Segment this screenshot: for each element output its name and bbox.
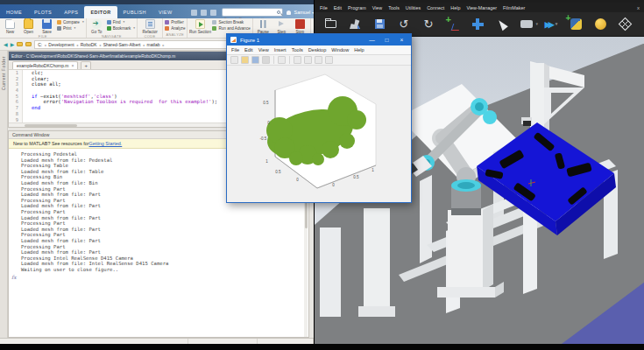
ribbon-tab[interactable]: VIEW bbox=[152, 6, 179, 18]
move-tool-icon[interactable] bbox=[515, 15, 538, 34]
ribbon-tab[interactable]: APPS bbox=[58, 6, 84, 18]
find-button[interactable]: Find bbox=[107, 19, 135, 24]
getting-started-link[interactable]: Getting Started. bbox=[88, 141, 122, 146]
add-python-icon[interactable] bbox=[564, 15, 587, 34]
back-arrow-icon[interactable]: ◀ bbox=[4, 42, 8, 47]
editor-file-tab[interactable]: exampleRoboDKChomp.m × bbox=[12, 61, 78, 69]
search-documentation-box[interactable] bbox=[222, 8, 283, 17]
quick-access-icon[interactable] bbox=[201, 10, 207, 16]
pointer-icon[interactable] bbox=[315, 56, 322, 64]
breadcrumb-item[interactable]: Shared-Sam-Albert bbox=[103, 42, 145, 47]
quick-access-icon[interactable] bbox=[191, 10, 197, 16]
run-section-button[interactable]: Run Section bbox=[189, 19, 210, 34]
section-break-button[interactable]: Section Break bbox=[212, 19, 250, 24]
run-and-advance-button[interactable]: Run and Advance bbox=[212, 25, 250, 31]
minimize-button[interactable]: — bbox=[366, 37, 378, 43]
zoom-out-icon[interactable] bbox=[304, 56, 312, 64]
menu-item[interactable]: Connect bbox=[427, 5, 444, 10]
toolbar-separator bbox=[289, 56, 290, 64]
menu-item[interactable]: Window bbox=[331, 47, 349, 52]
legend-icon[interactable] bbox=[325, 56, 333, 64]
goto-button[interactable]: Go To bbox=[88, 19, 105, 34]
fit-view-icon[interactable] bbox=[466, 15, 489, 34]
new-button[interactable]: New bbox=[2, 19, 18, 34]
zoom-in-icon[interactable] bbox=[294, 56, 301, 64]
print-button[interactable]: Print bbox=[57, 25, 84, 31]
menu-item[interactable]: File bbox=[320, 5, 328, 10]
console-line: Processing Part bbox=[21, 220, 308, 227]
menu-item[interactable]: FilmMaker bbox=[503, 5, 525, 10]
bookmark-icon bbox=[107, 26, 111, 31]
quick-access-icon[interactable] bbox=[210, 10, 216, 16]
bookmark-button[interactable]: Bookmark bbox=[107, 25, 135, 31]
new-figure-icon[interactable] bbox=[230, 56, 238, 64]
breadcrumb-item[interactable]: C: bbox=[38, 42, 46, 47]
close-tab-icon[interactable]: × bbox=[71, 63, 74, 68]
add-frame-icon[interactable] bbox=[442, 15, 464, 34]
menu-item[interactable]: Help bbox=[450, 5, 460, 10]
open-file-icon[interactable] bbox=[241, 56, 249, 64]
target-icon[interactable] bbox=[589, 15, 612, 34]
menu-item[interactable]: Program bbox=[348, 5, 366, 10]
figure-title-bar[interactable]: Figure 1 — □ × bbox=[227, 34, 411, 46]
menu-item[interactable]: Utilities bbox=[406, 5, 421, 10]
save-station-icon[interactable] bbox=[343, 15, 366, 34]
menu-item[interactable]: View bbox=[372, 5, 383, 10]
menu-item[interactable]: Edit bbox=[334, 5, 342, 10]
breadcrumb-item[interactable]: Development bbox=[48, 42, 78, 47]
section-break-icon bbox=[212, 20, 216, 24]
figure-menu-bar: FileEditViewInsertToolsDesktopWindowHelp bbox=[227, 46, 411, 55]
browse-folder-icon[interactable] bbox=[25, 42, 32, 46]
forward-arrow-icon[interactable]: ▶ bbox=[11, 42, 15, 47]
menu-item[interactable]: Tools bbox=[388, 5, 400, 10]
open-button[interactable]: Open bbox=[20, 19, 37, 34]
menu-item[interactable]: File bbox=[231, 47, 239, 52]
ribbon-tab[interactable]: PLOTS bbox=[28, 6, 58, 18]
stop-button[interactable]: Stop bbox=[292, 19, 308, 34]
close-button[interactable]: × bbox=[396, 37, 407, 43]
menu-item[interactable]: Help bbox=[354, 47, 364, 52]
command-prompt-fx-icon[interactable]: fx bbox=[11, 274, 308, 280]
menu-item[interactable]: View bbox=[258, 47, 269, 52]
console-line: Loaded mesh from file: Part bbox=[21, 215, 308, 221]
fast-forward-icon[interactable]: ▶▶ bbox=[540, 15, 563, 34]
ribbon-section-code: Refactor CODE bbox=[138, 18, 163, 38]
print-figure-icon[interactable] bbox=[262, 56, 270, 64]
profiler-button[interactable]: Profiler bbox=[165, 19, 185, 24]
close-icon[interactable]: x bbox=[637, 5, 640, 10]
user-menu[interactable]: Samuel bbox=[294, 10, 315, 15]
menu-item[interactable]: Edit bbox=[244, 47, 253, 52]
isometric-view-icon[interactable] bbox=[613, 15, 636, 34]
ribbon-tab[interactable]: PUBLISH bbox=[117, 6, 152, 18]
menu-item[interactable]: View-Manager bbox=[466, 5, 497, 10]
compare-button[interactable]: Compare bbox=[57, 19, 84, 24]
console-line: Loaded mesh from file: Part bbox=[21, 227, 308, 233]
save-figure-icon[interactable] bbox=[251, 56, 259, 64]
maximize-button[interactable]: □ bbox=[381, 37, 393, 43]
ribbon-tab[interactable]: EDITOR bbox=[84, 6, 117, 18]
realsense-camera[interactable] bbox=[523, 121, 531, 126]
undo-icon[interactable]: ↺ bbox=[393, 15, 415, 34]
breadcrumb-item[interactable]: RoboDK bbox=[81, 42, 102, 47]
menu-item[interactable]: Tools bbox=[292, 47, 303, 52]
save-button[interactable]: Save bbox=[39, 19, 55, 34]
save-icon[interactable] bbox=[368, 15, 391, 34]
figure-title: Figure 1 bbox=[240, 38, 363, 43]
current-folder-collapsed-panel[interactable]: Current Folder bbox=[0, 51, 8, 338]
open-icon[interactable] bbox=[319, 15, 342, 34]
breadcrumb-item[interactable]: matlab bbox=[146, 42, 164, 47]
up-folder-icon[interactable] bbox=[17, 42, 23, 46]
menu-item[interactable]: Desktop bbox=[308, 47, 327, 52]
redo-icon[interactable]: ↻ bbox=[417, 15, 440, 34]
figure-axes-canvas[interactable]: 0.50-0.5 10.50 00.51 bbox=[227, 66, 411, 202]
ribbon-tab[interactable]: HOME bbox=[0, 6, 28, 18]
rotate3d-icon[interactable] bbox=[278, 56, 286, 64]
notifications-bell-icon[interactable] bbox=[287, 10, 291, 15]
select-cursor-icon[interactable] bbox=[491, 15, 513, 34]
menu-item[interactable]: Insert bbox=[274, 47, 287, 52]
new-tab-button[interactable]: + bbox=[81, 61, 91, 69]
step-button[interactable]: Step bbox=[273, 19, 290, 34]
pause-button[interactable]: Pause bbox=[255, 19, 272, 34]
refactor-button[interactable]: Refactor bbox=[139, 19, 160, 34]
analyze-button[interactable]: Analyze bbox=[165, 25, 185, 31]
